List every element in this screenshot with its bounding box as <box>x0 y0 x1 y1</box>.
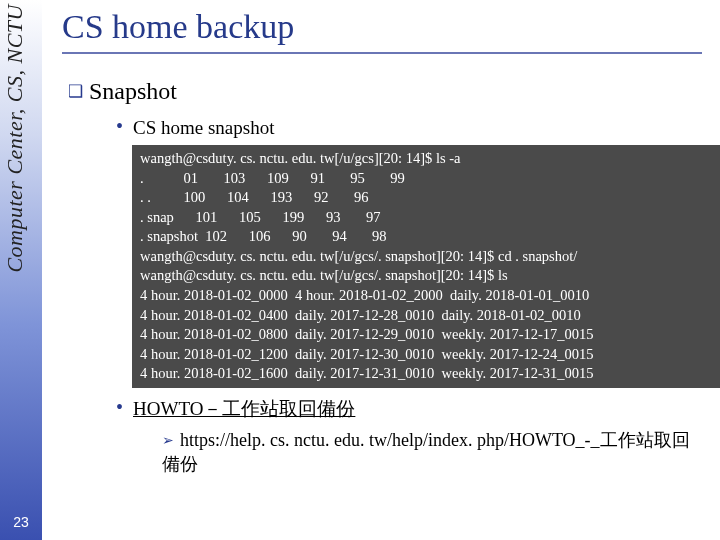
page-title: CS home backup <box>62 8 712 46</box>
bullet-snapshot-sub-label: CS home snapshot <box>133 117 274 138</box>
terminal-line: wangth@csduty. cs. nctu. edu. tw[/u/gcs]… <box>140 150 460 166</box>
dot-bullet-icon: • <box>116 396 123 419</box>
terminal-block: wangth@csduty. cs. nctu. edu. tw[/u/gcs]… <box>132 145 720 388</box>
terminal-line: 4 hour. 2018-01-02_0400 daily. 2017-12-2… <box>140 307 581 323</box>
terminal-line: 4 hour. 2018-01-02_1200 daily. 2017-12-3… <box>140 346 594 362</box>
slide: Computer Center, CS, NCTU 23 CS home bac… <box>0 0 720 540</box>
side-org-text: Computer Center, CS, NCTU <box>2 4 28 273</box>
bullet-snapshot-label: Snapshot <box>89 78 177 104</box>
bullet-snapshot: ❑Snapshot <box>68 78 712 105</box>
side-strip: Computer Center, CS, NCTU <box>0 0 42 540</box>
terminal-line: . snap 101 105 199 93 97 <box>140 209 380 225</box>
terminal-line: 4 hour. 2018-01-02_0800 daily. 2017-12-2… <box>140 326 594 342</box>
bullet-snapshot-sub: •CS home snapshot <box>116 115 712 139</box>
title-rule <box>62 52 702 54</box>
content-area: CS home backup ❑Snapshot •CS home snapsh… <box>62 8 712 476</box>
bullet-howto-label[interactable]: HOWTO－工作站取回備份 <box>133 398 355 419</box>
page-number: 23 <box>0 514 42 530</box>
bullet-howto-url: ➢https://help. cs. nctu. edu. tw/help/in… <box>162 428 712 476</box>
terminal-line: . 01 103 109 91 95 99 <box>140 170 405 186</box>
terminal-line: wangth@csduty. cs. nctu. edu. tw[/u/gcs/… <box>140 248 577 264</box>
triangle-bullet-icon: ➢ <box>162 433 174 448</box>
terminal-line: . . 100 104 193 92 96 <box>140 189 368 205</box>
terminal-line: wangth@csduty. cs. nctu. edu. tw[/u/gcs/… <box>140 267 508 283</box>
bullet-howto: •HOWTO－工作站取回備份 <box>116 396 712 422</box>
terminal-line: . snapshot 102 106 90 94 98 <box>140 228 387 244</box>
terminal-line: 4 hour. 2018-01-02_0000 4 hour. 2018-01-… <box>140 287 589 303</box>
terminal-line: 4 hour. 2018-01-02_1600 daily. 2017-12-3… <box>140 365 594 381</box>
howto-url-text[interactable]: https://help. cs. nctu. edu. tw/help/ind… <box>162 430 690 474</box>
dot-bullet-icon: • <box>116 115 123 137</box>
square-bullet-icon: ❑ <box>68 82 83 101</box>
